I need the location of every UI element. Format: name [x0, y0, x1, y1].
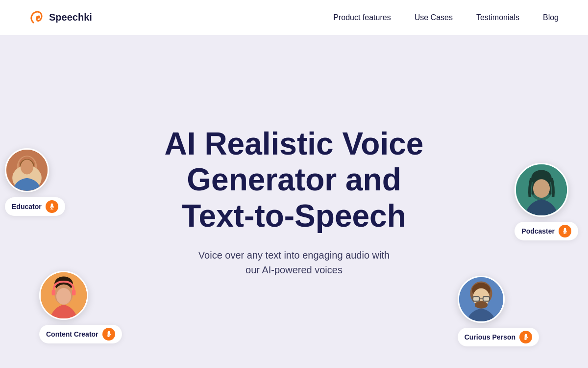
mic-icon: [49, 203, 55, 210]
nav-link-use-cases[interactable]: Use Cases: [415, 13, 453, 22]
curious-avatar: [458, 276, 505, 323]
curious-avatar-image: [459, 277, 503, 321]
nav-link-product-features[interactable]: Product features: [333, 13, 391, 22]
educator-avatar-image: [6, 150, 48, 191]
svg-rect-16: [72, 290, 76, 295]
speechki-logo-icon: [29, 10, 45, 26]
creator-avatar-image: [41, 272, 87, 318]
podcaster-label: Podcaster: [514, 222, 578, 240]
creator-mic-badge: [102, 328, 115, 341]
hero-title: AI Realistic Voice Generator and Text-to…: [93, 126, 495, 235]
nav-item-testimonials[interactable]: Testimonials: [476, 13, 519, 22]
nav-links: Product features Use Cases Testimonials …: [333, 13, 559, 22]
svg-rect-15: [52, 290, 56, 295]
creator-label-text: Content Creator: [46, 330, 98, 338]
navigation: Speechki Product features Use Cases Test…: [0, 0, 588, 35]
hero-section: Educator: [0, 35, 588, 368]
creator-label: Content Creator: [39, 325, 122, 343]
curious-mic-badge: [519, 331, 532, 343]
curious-label: Curious Person: [458, 328, 539, 346]
curious-label-text: Curious Person: [465, 333, 515, 341]
svg-point-6: [21, 160, 33, 175]
nav-link-testimonials[interactable]: Testimonials: [476, 13, 519, 22]
persona-podcaster: Podcaster: [514, 163, 578, 240]
nav-item-use-cases[interactable]: Use Cases: [415, 13, 453, 22]
logo-text: Speechki: [49, 12, 92, 23]
hero-subtitle-line1: Voice over any text into engaging audio …: [198, 250, 390, 261]
nav-item-product-features[interactable]: Product features: [333, 13, 391, 22]
nav-item-blog[interactable]: Blog: [543, 13, 559, 22]
hero-subtitle: Voice over any text into engaging audio …: [198, 248, 390, 277]
educator-label-text: Educator: [12, 203, 42, 210]
creator-avatar: [39, 271, 88, 320]
hero-subtitle-line2: our AI-powered voices: [245, 264, 343, 275]
mic-icon-creator: [105, 331, 112, 338]
persona-content-creator: Content Creator: [39, 271, 122, 343]
educator-label: Educator: [5, 197, 65, 216]
persona-curious-person: Curious Person: [458, 276, 539, 346]
podcaster-avatar: [514, 163, 568, 217]
mic-icon-curious: [522, 334, 529, 341]
educator-mic-badge: [46, 200, 58, 213]
logo[interactable]: Speechki: [29, 10, 92, 26]
persona-educator: Educator: [5, 148, 65, 216]
svg-point-17: [56, 288, 71, 305]
svg-rect-23: [483, 296, 490, 301]
svg-point-10: [533, 179, 550, 198]
svg-point-0: [36, 16, 39, 19]
svg-point-25: [475, 301, 488, 309]
educator-avatar: [5, 148, 49, 192]
podcaster-label-text: Podcaster: [521, 227, 555, 235]
podcaster-mic-badge: [559, 225, 571, 237]
podcaster-avatar-image: [516, 164, 567, 215]
svg-rect-22: [473, 296, 479, 301]
nav-link-blog[interactable]: Blog: [543, 13, 559, 22]
hero-title-line1: AI Realistic Voice Generator and: [165, 126, 424, 198]
hero-title-line2: Text-to-Speech: [182, 198, 406, 234]
mic-icon-podcaster: [562, 228, 568, 235]
